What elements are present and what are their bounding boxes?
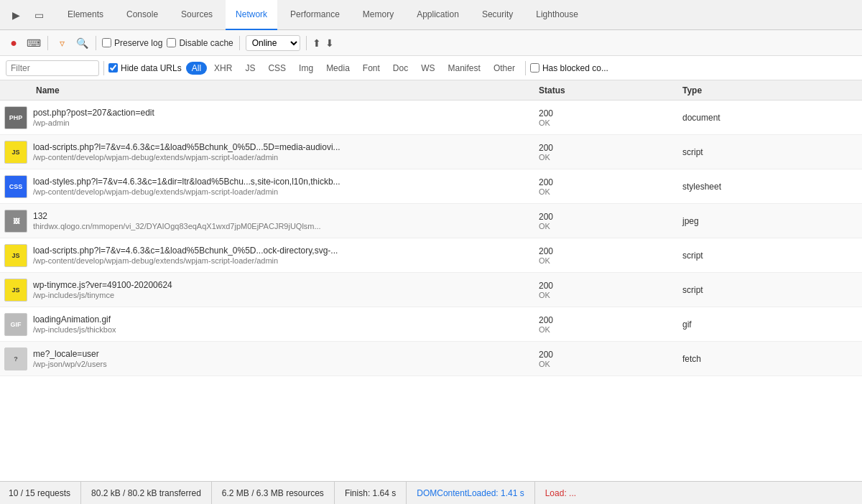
preserve-log-checkbox[interactable] [102,38,111,47]
cursor-icon[interactable]: ▶ [6,5,26,25]
header-status[interactable]: Status [532,85,675,95]
status-code-1: 200 [539,143,675,153]
filter-type-buttons: AllXHRJSCSSImgMediaFontDocWSManifestOthe… [186,62,521,75]
filter-type-media[interactable]: Media [320,62,356,75]
filter-type-img[interactable]: Img [293,62,319,75]
name-cell-text-6: loadingAnimation.gif /wp-includes/js/thi… [33,314,116,334]
disable-cache-label[interactable]: Disable cache [167,38,233,48]
hide-data-urls-checkbox[interactable] [108,63,118,73]
cell-status-6: 200 OK [532,315,675,334]
device-icon[interactable]: ▭ [29,5,49,25]
cell-status-0: 200 OK [532,108,675,127]
filter-type-manifest[interactable]: Manifest [442,62,486,75]
cell-status-4: 200 OK [532,246,675,265]
cell-name-0: PHP post.php?post=207&action=edit /wp-ad… [0,103,532,132]
search-button[interactable]: 🔍 [74,35,90,51]
tab-lighthouse[interactable]: Lighthouse [526,0,588,30]
table-row[interactable]: JS wp-tinymce.js?ver=49100-20200624 /wp-… [0,273,862,307]
table-row[interactable]: JS load-scripts.php?l=7&v=4.6.3&c=1&load… [0,238,862,273]
status-text-2: OK [539,187,675,196]
filter-input[interactable] [6,60,99,76]
network-toolbar: ● ⌨ ▿ 🔍 Preserve log Disable cache Onlin… [0,30,862,56]
has-blocked-checkbox[interactable] [530,63,539,73]
tab-elements[interactable]: Elements [57,0,113,30]
filter-type-ws[interactable]: WS [415,62,440,75]
filter-type-all[interactable]: All [186,62,207,75]
cell-type-4: script [675,251,862,261]
tab-sources[interactable]: Sources [171,0,223,30]
file-icon-7: ? [4,347,27,370]
hide-data-urls-label[interactable]: Hide data URLs [108,63,182,73]
cell-status-7: 200 OK [532,350,675,368]
cell-name-2: CSS load-styles.php?l=7&v=4.6.3&c=1&dir=… [0,172,532,201]
status-text-3: OK [539,222,675,230]
header-name[interactable]: Name [0,85,532,95]
name-cell-text-1: load-scripts.php?l=7&v=4.6.3&c=1&load%5B… [33,142,340,162]
filter-type-js[interactable]: JS [239,62,261,75]
filter-type-other[interactable]: Other [488,62,521,75]
tab-performance[interactable]: Performance [280,0,350,30]
download-icon[interactable]: ⬇ [325,37,334,49]
status-text-5: OK [539,291,675,299]
record-button[interactable]: ● [6,35,22,51]
name-cell-text-4: load-scripts.php?l=7&v=4.6.3&c=1&load%5B… [33,246,338,265]
name-cell-text-3: 132 thirdwx.qlogo.cn/mmopen/vi_32/DYAIOg… [33,211,321,230]
tab-console[interactable]: Console [116,0,168,30]
cell-type-3: jpeg [675,216,862,226]
tab-memory[interactable]: Memory [353,0,404,30]
table-row[interactable]: 🖼 132 thirdwx.qlogo.cn/mmopen/vi_32/DYAI… [0,204,862,238]
name-cell-text-5: wp-tinymce.js?ver=49100-20200624 /wp-inc… [33,280,172,299]
preserve-log-label[interactable]: Preserve log [102,38,162,48]
toolbar-divider-3 [239,36,240,50]
tab-network[interactable]: Network [226,0,277,30]
filter-type-xhr[interactable]: XHR [208,62,238,75]
cell-name-5: JS wp-tinymce.js?ver=49100-20200624 /wp-… [0,276,532,304]
status-code-2: 200 [539,177,675,187]
filter-type-css[interactable]: CSS [262,62,292,75]
cell-type-5: script [675,285,862,295]
upload-icon[interactable]: ⬆ [312,37,321,49]
tab-bar: ▶ ▭ Elements Console Sources Network Per… [0,0,862,30]
throttle-select[interactable]: Online Fast 3G Slow 3G Offline [246,35,300,51]
status-text-1: OK [539,153,675,162]
cell-name-3: 🖼 132 thirdwx.qlogo.cn/mmopen/vi_32/DYAI… [0,207,532,235]
header-type[interactable]: Type [675,85,862,95]
tab-security[interactable]: Security [472,0,523,30]
name-primary-5: wp-tinymce.js?ver=49100-20200624 [33,280,172,290]
name-primary-0: post.php?post=207&action=edit [33,108,154,118]
file-icon-4: JS [4,244,27,267]
toolbar-divider-1 [47,36,48,50]
filter-divider-2 [525,61,526,75]
file-icon-0: PHP [4,106,27,129]
status-text-7: OK [539,360,675,368]
filter-type-doc[interactable]: Doc [387,62,414,75]
disable-cache-text: Disable cache [179,38,233,48]
filter-icon[interactable]: ▿ [54,35,70,51]
tab-application[interactable]: Application [407,0,469,30]
disable-cache-checkbox[interactable] [167,38,176,47]
status-code-0: 200 [539,108,675,118]
has-blocked-text: Has blocked co... [542,63,608,73]
has-blocked-label[interactable]: Has blocked co... [530,63,608,73]
status-text-0: OK [539,118,675,127]
file-icon-3: 🖼 [4,210,27,233]
cell-type-1: script [675,147,862,157]
cell-type-7: fetch [675,354,862,364]
clear-button[interactable]: ⌨ [26,35,42,51]
name-primary-3: 132 [33,211,321,221]
filter-divider [103,61,104,75]
filter-type-font[interactable]: Font [357,62,386,75]
name-primary-2: load-styles.php?l=7&v=4.6.3&c=1&dir=ltr&… [33,177,340,187]
cell-name-1: JS load-scripts.php?l=7&v=4.6.3&c=1&load… [0,138,532,167]
toolbar-divider-2 [96,36,96,50]
cell-type-0: document [675,113,862,123]
name-secondary-6: /wp-includes/js/thickbox [33,325,116,334]
table-row[interactable]: GIF loadingAnimation.gif /wp-includes/js… [0,307,862,342]
name-secondary-4: /wp-content/develop/wpjam-debug/extends/… [33,256,338,265]
table-row[interactable]: PHP post.php?post=207&action=edit /wp-ad… [0,101,862,135]
table-row[interactable]: ? me?_locale=user /wp-json/wp/v2/users 2… [0,342,862,376]
table-row[interactable]: JS load-scripts.php?l=7&v=4.6.3&c=1&load… [0,135,862,169]
table-row[interactable]: CSS load-styles.php?l=7&v=4.6.3&c=1&dir=… [0,169,862,204]
cell-status-5: 200 OK [532,281,675,299]
status-text-4: OK [539,256,675,265]
